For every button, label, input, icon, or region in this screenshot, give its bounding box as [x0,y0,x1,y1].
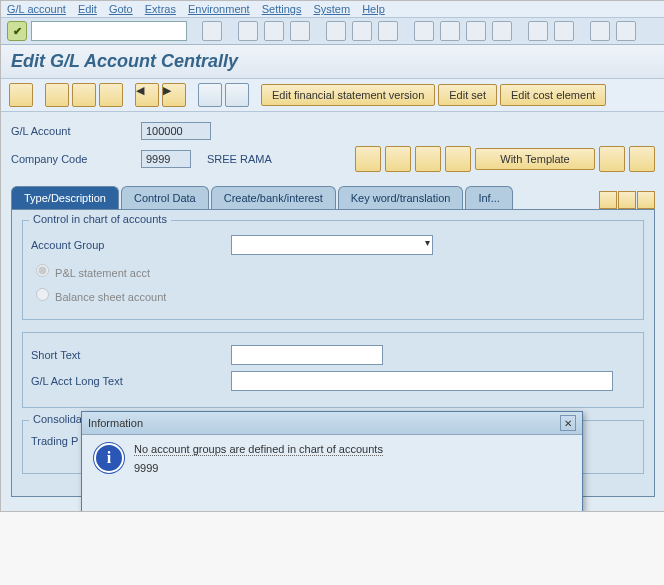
app-icon-blue-2[interactable] [225,83,249,107]
menu-gl-account[interactable]: G/L account [7,3,66,15]
group-control-chart-title: Control in chart of accounts [29,213,171,225]
enter-icon[interactable]: ✔ [7,21,27,41]
tab-strip: Type/Description Control Data Create/ban… [11,186,655,209]
tab-create-bank-interest[interactable]: Create/bank/interest [211,186,336,209]
app-icon-4[interactable] [99,83,123,107]
shortcut-icon[interactable] [554,21,574,41]
menu-system[interactable]: System [313,3,350,15]
app-icon-3[interactable] [72,83,96,107]
tab-list-icon[interactable] [637,191,655,209]
tab-type-description[interactable]: Type/Description [11,186,119,209]
dialog-title: Information [88,417,143,429]
app-icon-blue-1[interactable] [198,83,222,107]
first-page-icon[interactable] [414,21,434,41]
edit-icon[interactable] [385,146,411,172]
last-page-icon[interactable] [492,21,512,41]
menu-goto[interactable]: Goto [109,3,133,15]
page-title: Edit G/L Account Centrally [1,45,664,79]
short-text-field[interactable] [231,345,383,365]
tab-scroll-left-icon[interactable] [599,191,617,209]
next-icon[interactable]: ▶ [162,83,186,107]
short-text-label: Short Text [31,349,231,361]
layout-icon[interactable] [616,21,636,41]
exit-icon[interactable] [264,21,284,41]
prev-page-icon[interactable] [440,21,460,41]
menu-help[interactable]: Help [362,3,385,15]
company-code-label: Company Code [11,153,141,165]
find-next-icon[interactable] [378,21,398,41]
consolidation-title: Consolida [29,413,86,425]
company-code-name: SREE RAMA [203,151,276,167]
group-texts: Short Text G/L Acct Long Text [22,332,644,408]
dialog-detail: 9999 [134,462,383,474]
tab-control-data[interactable]: Control Data [121,186,209,209]
dialog-message: No account groups are defined in chart o… [134,443,383,456]
session-icon[interactable] [528,21,548,41]
account-group-field[interactable]: ▾ [231,235,433,255]
delete-icon[interactable] [629,146,655,172]
edit-financial-statement-button[interactable]: Edit financial statement version [261,84,435,106]
menu-bar: G/L account Edit Goto Extras Environment… [1,1,664,18]
find-icon[interactable] [352,21,372,41]
application-toolbar: ◀ ▶ Edit financial statement version Edi… [1,79,664,112]
information-dialog: Information ✕ i No account groups are de… [81,411,583,512]
dialog-close-icon[interactable]: ✕ [560,415,576,431]
menu-edit[interactable]: Edit [78,3,97,15]
menu-extras[interactable]: Extras [145,3,176,15]
create-icon[interactable] [415,146,441,172]
dropdown-icon[interactable]: ▾ [425,237,430,248]
back-icon[interactable] [238,21,258,41]
tab-scroll-right-icon[interactable] [618,191,636,209]
lock-icon[interactable] [599,146,625,172]
info-icon: i [94,443,124,473]
save-icon[interactable] [202,21,222,41]
prev-icon[interactable]: ◀ [135,83,159,107]
edit-cost-element-button[interactable]: Edit cost element [500,84,606,106]
command-field[interactable] [31,21,187,41]
tab-keyword-translation[interactable]: Key word/translation [338,186,464,209]
cancel-icon[interactable] [290,21,310,41]
help-icon[interactable] [590,21,610,41]
gl-account-field[interactable]: 100000 [141,122,211,140]
company-code-field[interactable]: 9999 [141,150,191,168]
account-group-label: Account Group [31,239,231,251]
app-icon-2[interactable] [45,83,69,107]
with-template-button[interactable]: With Template [475,148,595,170]
next-page-icon[interactable] [466,21,486,41]
menu-settings[interactable]: Settings [262,3,302,15]
system-toolbar: ✔ [1,18,664,45]
edit-set-button[interactable]: Edit set [438,84,497,106]
app-icon-1[interactable] [9,83,33,107]
print-icon[interactable] [326,21,346,41]
long-text-label: G/L Acct Long Text [31,375,231,387]
balance-sheet-radio[interactable]: Balance sheet account [31,285,166,303]
document-icon[interactable] [445,146,471,172]
menu-environment[interactable]: Environment [188,3,250,15]
long-text-field[interactable] [231,371,613,391]
display-change-icon[interactable] [355,146,381,172]
gl-account-label: G/L Account [11,125,141,137]
pl-statement-radio[interactable]: P&L statement acct [31,261,150,279]
tab-info[interactable]: Inf... [465,186,512,209]
group-control-chart: Control in chart of accounts Account Gro… [22,220,644,320]
